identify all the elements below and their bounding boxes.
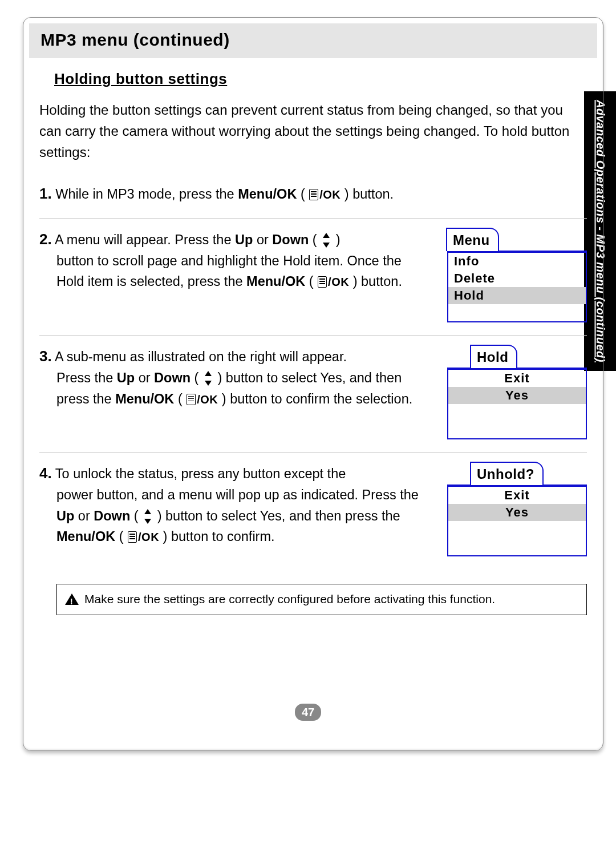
ok-text-icon: /OK [197, 393, 218, 406]
lcd-tab: Unhold? [470, 462, 544, 485]
ok-text-icon: /OK [319, 188, 341, 201]
ok-text-icon: /OK [138, 531, 159, 543]
menu-icon [309, 189, 318, 200]
lcd-item-blank [448, 538, 586, 555]
up-down-icon [203, 371, 213, 386]
step-number: 4. [39, 465, 52, 482]
menu-icon [128, 531, 137, 543]
lcd-item-blank [448, 521, 586, 538]
section-subhead: Holding button settings [54, 67, 587, 90]
lcd-item: Delete [448, 270, 586, 287]
lcd-item: Info [448, 253, 586, 270]
manual-page: MP3 menu (continued) Holding button sett… [23, 17, 603, 751]
intro-paragraph: Holding the button settings can prevent … [39, 99, 587, 163]
step-number: 1. [39, 185, 52, 202]
ok-text-icon: /OK [328, 276, 349, 288]
lcd-tab: Menu [446, 228, 499, 251]
step-4: 4. To unlock the status, press any butto… [39, 452, 587, 569]
caution-text: Make sure the settings are correctly con… [84, 590, 495, 609]
caution-box: Make sure the settings are correctly con… [56, 584, 587, 615]
warning-icon [65, 594, 79, 605]
up-down-icon [321, 233, 331, 248]
page-title: MP3 menu (continued) [29, 23, 597, 58]
lcd-item-blank [448, 304, 586, 321]
lcd-diagram-unhold: Unhold? Exit Yes [447, 462, 587, 556]
lcd-item: Exit [448, 370, 586, 387]
step-2: 2. A menu will appear. Press the Up or D… [39, 218, 587, 335]
lcd-tab: Hold [470, 345, 517, 368]
up-down-icon [143, 509, 153, 524]
menu-icon [187, 394, 196, 405]
menu-icon [318, 276, 327, 288]
step-1: 1. While in MP3 mode, press the Menu/OK … [39, 182, 587, 217]
lcd-item-highlight: Hold [448, 287, 586, 304]
lcd-item: Exit [448, 487, 586, 504]
lcd-item-highlight: Yes [448, 504, 586, 521]
page-number-badge: 47 [295, 704, 321, 721]
step-number: 2. [39, 231, 52, 248]
lcd-item-highlight: Yes [448, 387, 586, 404]
step-number: 3. [39, 348, 52, 365]
lcd-item-blank [448, 404, 586, 421]
lcd-diagram-menu: Menu Info Delete Hold [447, 228, 587, 322]
lcd-item-blank [448, 421, 586, 438]
lcd-diagram-hold: Hold Exit Yes [447, 345, 587, 439]
step-3: 3. A sub-menu as illustrated on the righ… [39, 335, 587, 452]
